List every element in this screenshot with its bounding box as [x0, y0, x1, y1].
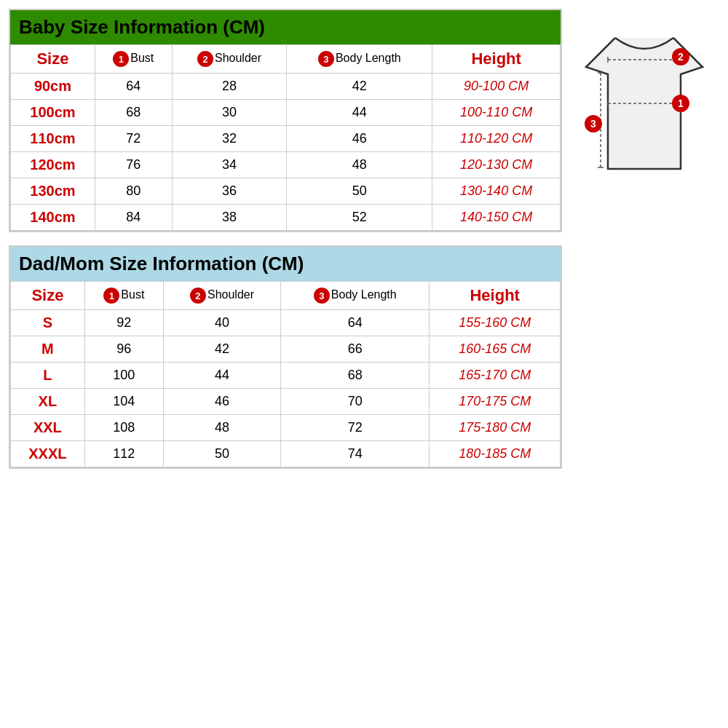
shoulder-cell: 46 — [163, 389, 280, 415]
body-length-cell: 68 — [281, 363, 430, 389]
body-length-cell: 74 — [281, 441, 430, 467]
height-cell: 100-110 CM — [432, 100, 561, 126]
bodylength-badge-1: 3 — [318, 51, 334, 67]
height-cell: 155-160 CM — [430, 310, 561, 336]
table-row: 90cm 64 28 42 90-100 CM — [11, 74, 561, 100]
body-length-cell: 72 — [281, 415, 430, 441]
size-cell: L — [11, 363, 85, 389]
baby-table: Size 1Bust 2Shoulder 3Body Length Height — [10, 44, 561, 231]
dad-table-title: Dad/Mom Size Information (CM) — [10, 247, 561, 281]
bust-cell: 72 — [95, 126, 172, 152]
dad-size-header: Size — [11, 282, 85, 310]
height-cell: 90-100 CM — [432, 74, 561, 100]
shoulder-cell: 42 — [163, 336, 280, 363]
table-row: S 92 40 64 155-160 CM — [11, 310, 561, 336]
shoulder-cell: 50 — [163, 441, 280, 467]
size-cell: 140cm — [11, 205, 95, 231]
height-cell: 160-165 CM — [430, 336, 561, 363]
shoulder-cell: 30 — [172, 100, 287, 126]
shoulder-badge-2: 2 — [190, 288, 206, 304]
bust-badge-1: 1 — [113, 51, 129, 67]
shoulder-cell: 34 — [172, 152, 287, 178]
baby-size-table: Baby Size Information (CM) Size 1Bust 2S… — [9, 9, 562, 232]
size-cell: 90cm — [11, 74, 95, 100]
body-length-cell: 46 — [287, 126, 432, 152]
shoulder-cell: 38 — [172, 205, 287, 231]
dad-shoulder-header: 2Shoulder — [163, 282, 280, 310]
shoulder-cell: 44 — [163, 363, 280, 389]
table-row: L 100 44 68 165-170 CM — [11, 363, 561, 389]
bust-cell: 100 — [84, 363, 163, 389]
baby-shoulder-header: 2Shoulder — [172, 45, 287, 74]
size-cell: 120cm — [11, 152, 95, 178]
dad-height-header: Height — [430, 282, 561, 310]
body-length-cell: 64 — [281, 310, 430, 336]
size-cell: 130cm — [11, 178, 95, 205]
table-row: XXXL 112 50 74 180-185 CM — [11, 441, 561, 467]
body-length-cell: 52 — [287, 205, 432, 231]
dad-bodylength-header: 3Body Length — [281, 282, 430, 310]
dad-bust-header: 1Bust — [84, 282, 163, 310]
bust-cell: 84 — [95, 205, 172, 231]
shoulder-cell: 28 — [172, 74, 287, 100]
table-row: 110cm 72 32 46 110-120 CM — [11, 126, 561, 152]
table-row: M 96 42 66 160-165 CM — [11, 336, 561, 363]
tables-column: Baby Size Information (CM) Size 1Bust 2S… — [9, 9, 562, 719]
baby-bodylength-header: 3Body Length — [287, 45, 432, 74]
table-row: 140cm 84 38 52 140-150 CM — [11, 205, 561, 231]
height-cell: 110-120 CM — [432, 126, 561, 152]
bust-cell: 76 — [95, 152, 172, 178]
body-length-cell: 50 — [287, 178, 432, 205]
shoulder-cell: 48 — [163, 415, 280, 441]
height-cell: 165-170 CM — [430, 363, 561, 389]
diagram-badge-3: 3 — [585, 115, 602, 132]
body-length-cell: 42 — [287, 74, 432, 100]
size-cell: XXL — [11, 415, 85, 441]
height-cell: 140-150 CM — [432, 205, 561, 231]
height-cell: 170-175 CM — [430, 389, 561, 415]
table-row: 130cm 80 36 50 130-140 CM — [11, 178, 561, 205]
height-cell: 120-130 CM — [432, 152, 561, 178]
shoulder-cell: 40 — [163, 310, 280, 336]
table-row: XXL 108 48 72 175-180 CM — [11, 415, 561, 441]
baby-height-header: Height — [432, 45, 561, 74]
shoulder-cell: 32 — [172, 126, 287, 152]
body-length-cell: 66 — [281, 336, 430, 363]
shirt-diagram: 2 1 3 — [571, 23, 717, 183]
size-cell: 100cm — [11, 100, 95, 126]
size-cell: XXXL — [11, 441, 85, 467]
height-cell: 130-140 CM — [432, 178, 561, 205]
body-length-cell: 70 — [281, 389, 430, 415]
bust-cell: 104 — [84, 389, 163, 415]
bust-cell: 64 — [95, 74, 172, 100]
height-cell: 180-185 CM — [430, 441, 561, 467]
body-length-cell: 44 — [287, 100, 432, 126]
height-cell: 175-180 CM — [430, 415, 561, 441]
table-row: 100cm 68 30 44 100-110 CM — [11, 100, 561, 126]
shoulder-badge-1: 2 — [197, 51, 213, 67]
baby-bust-header: 1Bust — [95, 45, 172, 74]
baby-size-header: Size — [11, 45, 95, 74]
bust-cell: 108 — [84, 415, 163, 441]
bust-cell: 112 — [84, 441, 163, 467]
size-cell: XL — [11, 389, 85, 415]
bust-cell: 68 — [95, 100, 172, 126]
diagram-column: 2 1 3 — [569, 9, 719, 719]
bodylength-badge-2: 3 — [314, 288, 330, 304]
dad-table: Size 1Bust 2Shoulder 3Body Length Height — [10, 281, 561, 467]
table-row: 120cm 76 34 48 120-130 CM — [11, 152, 561, 178]
diagram-badge-1: 1 — [672, 95, 689, 112]
size-cell: 110cm — [11, 126, 95, 152]
diagram-badge-2: 2 — [672, 48, 689, 66]
size-cell: S — [11, 310, 85, 336]
bust-cell: 80 — [95, 178, 172, 205]
table-row: XL 104 46 70 170-175 CM — [11, 389, 561, 415]
bust-cell: 92 — [84, 310, 163, 336]
bust-badge-2: 1 — [103, 288, 119, 304]
size-cell: M — [11, 336, 85, 363]
bust-cell: 96 — [84, 336, 163, 363]
shoulder-cell: 36 — [172, 178, 287, 205]
dad-size-table: Dad/Mom Size Information (CM) Size 1Bust… — [9, 245, 562, 469]
baby-table-title: Baby Size Information (CM) — [10, 10, 561, 44]
body-length-cell: 48 — [287, 152, 432, 178]
